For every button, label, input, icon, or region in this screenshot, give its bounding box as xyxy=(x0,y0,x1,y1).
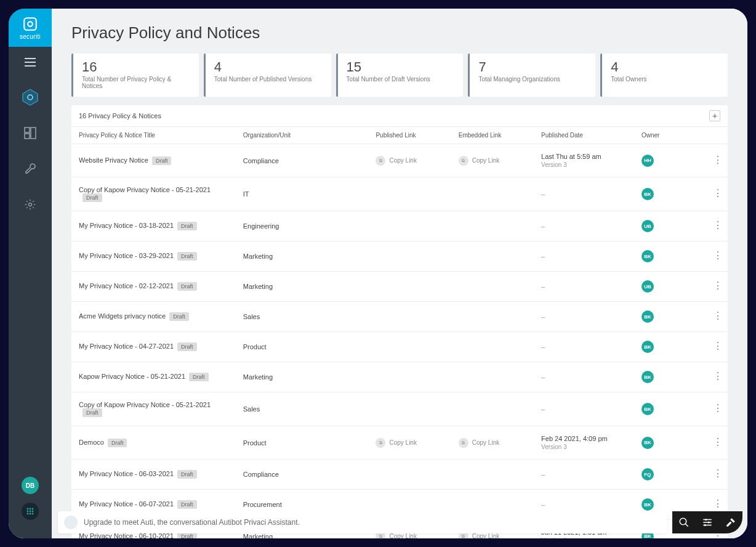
nav-layout[interactable] xyxy=(20,123,40,143)
table-row[interactable]: DemocoDraftProduct⧉Copy Link⧉Copy LinkFe… xyxy=(71,426,728,460)
table-row[interactable]: Copy of Kapow Privacy Notice - 05-21-202… xyxy=(71,392,728,426)
search-button[interactable] xyxy=(672,511,696,533)
row-actions-menu[interactable]: ⋮ xyxy=(713,280,723,291)
published-link-copy-button[interactable]: ⧉Copy Link xyxy=(376,156,416,166)
menu-toggle-button[interactable] xyxy=(25,58,36,69)
row-owner: BK xyxy=(637,177,708,211)
row-actions-menu[interactable]: ⋮ xyxy=(713,437,723,447)
row-actions-menu[interactable]: ⋮ xyxy=(713,250,723,261)
row-actions-menu[interactable]: ⋮ xyxy=(713,371,723,381)
col-header-org[interactable]: Organization/Unit xyxy=(238,127,371,144)
user-avatar[interactable]: DB xyxy=(22,477,39,494)
col-header-published-link[interactable]: Published Link xyxy=(371,127,453,144)
stat-card-orgs[interactable]: 7 Total Managing Organizations xyxy=(468,54,595,97)
status-badge: Draft xyxy=(169,312,189,321)
nav-settings[interactable] xyxy=(20,195,40,214)
owner-avatar[interactable]: BK xyxy=(641,403,654,415)
app-switcher[interactable] xyxy=(22,503,39,520)
stat-card-total-policies[interactable]: 16 Total Number of Privacy Policy & Noti… xyxy=(71,54,199,97)
row-actions-menu[interactable]: ⋮ xyxy=(713,468,723,479)
owner-avatar[interactable]: BK xyxy=(641,437,654,449)
table-row[interactable]: My Privacy Notice - 06-03-2021DraftCompl… xyxy=(71,460,728,490)
status-badge: Draft xyxy=(82,408,102,417)
published-link-cell xyxy=(371,332,453,362)
nav-tools[interactable] xyxy=(20,159,40,179)
row-actions-menu[interactable]: ⋮ xyxy=(713,341,723,351)
row-owner: BK xyxy=(637,392,708,426)
svg-marker-5 xyxy=(23,89,38,105)
table-row[interactable]: Website Privacy NoticeDraftCompliance⧉Co… xyxy=(71,144,728,177)
published-link-cell xyxy=(371,211,453,241)
status-badge: Draft xyxy=(108,439,127,447)
col-header-embedded-link[interactable]: Embedded Link xyxy=(454,127,536,144)
table-row[interactable]: My Privacy Notice - 02-12-2021DraftMarke… xyxy=(71,272,728,302)
owner-avatar[interactable]: HH xyxy=(641,155,654,167)
search-icon xyxy=(678,517,690,528)
row-actions-menu[interactable]: ⋮ xyxy=(713,498,723,509)
filter-button[interactable] xyxy=(696,511,719,533)
owner-avatar[interactable]: UB xyxy=(641,220,654,232)
owner-avatar[interactable]: BK xyxy=(641,250,654,262)
policies-table: Privacy Policy & Notice Title Organizati… xyxy=(71,127,728,538)
stat-card-owners[interactable]: 4 Total Owners xyxy=(600,54,728,97)
published-link-cell xyxy=(371,272,453,302)
row-org: Marketing xyxy=(238,362,371,392)
row-actions-menu[interactable]: ⋮ xyxy=(713,220,723,230)
owner-avatar[interactable]: BK xyxy=(641,498,654,511)
brand-logo[interactable]: securiti xyxy=(9,9,52,47)
table-row[interactable]: My Privacy Notice - 03-29-2021DraftMarke… xyxy=(71,241,728,272)
grid-dots-icon xyxy=(26,507,34,516)
copy-link-label: Copy Link xyxy=(472,439,499,446)
assistant-bar[interactable]: Upgrade to meet Auti, the conversational… xyxy=(58,511,667,533)
table-summary: 16 Privacy Policy & Notices xyxy=(79,112,161,120)
embedded-link-copy-button[interactable]: ⧉Copy Link xyxy=(459,438,499,448)
row-owner: BK xyxy=(637,302,708,332)
copy-link-label: Copy Link xyxy=(472,533,499,538)
table-row[interactable]: Copy of Kapow Privacy Notice - 05-21-202… xyxy=(71,177,728,211)
col-header-date[interactable]: Published Date xyxy=(536,127,637,144)
row-actions-menu[interactable]: ⋮ xyxy=(713,188,723,198)
published-link-copy-button[interactable]: ⧉Copy Link xyxy=(376,438,416,448)
svg-point-20 xyxy=(680,518,686,525)
table-row[interactable]: My Privacy Notice - 03-18-2021DraftEngin… xyxy=(71,211,728,241)
row-org: Marketing xyxy=(238,241,371,272)
add-policy-button[interactable]: + xyxy=(709,110,720,121)
table-row[interactable]: Acme Widgets privacy noticeDraftSales–BK… xyxy=(71,302,728,332)
owner-avatar[interactable]: BK xyxy=(641,310,654,323)
owner-avatar[interactable]: BK xyxy=(641,188,654,200)
nav-module-1[interactable] xyxy=(20,87,40,107)
stat-card-draft[interactable]: 15 Total Number of Draft Versions xyxy=(336,54,464,97)
svg-point-1 xyxy=(28,22,33,26)
svg-point-23 xyxy=(705,519,707,521)
row-actions-menu[interactable]: ⋮ xyxy=(713,403,723,413)
stat-label: Total Number of Draft Versions xyxy=(347,76,455,83)
col-header-title[interactable]: Privacy Policy & Notice Title xyxy=(71,127,238,144)
row-date: – xyxy=(536,392,637,426)
svg-point-14 xyxy=(27,511,29,513)
row-actions-menu[interactable]: ⋮ xyxy=(713,310,723,321)
row-owner: UB xyxy=(637,211,708,241)
owner-avatar[interactable]: FQ xyxy=(641,468,654,480)
bottom-action-bar xyxy=(672,511,742,533)
svg-line-21 xyxy=(685,524,688,527)
table-row[interactable]: Kapow Privacy Notice - 05-21-2021DraftMa… xyxy=(71,362,728,392)
row-title: My Privacy Notice - 02-12-2021 xyxy=(79,282,174,290)
col-header-owner[interactable]: Owner xyxy=(637,127,708,144)
owner-avatar[interactable]: BK xyxy=(641,371,654,383)
row-date: – xyxy=(536,332,637,362)
stat-card-published[interactable]: 4 Total Number of Published Versions xyxy=(204,54,331,97)
table-row[interactable]: My Privacy Notice - 04-27-2021DraftProdu… xyxy=(71,332,728,362)
copy-link-label: Copy Link xyxy=(472,157,499,164)
embedded-link-copy-button[interactable]: ⧉Copy Link xyxy=(459,156,499,166)
status-badge: Draft xyxy=(177,342,197,351)
row-date: – xyxy=(536,272,637,302)
published-link-cell xyxy=(371,392,453,426)
row-actions-menu[interactable]: ⋮ xyxy=(713,155,723,165)
owner-avatar[interactable]: BK xyxy=(641,341,654,353)
main-content: Privacy Policy and Notices 16 Total Numb… xyxy=(52,9,747,538)
row-org: Engineering xyxy=(238,211,371,241)
link-icon: ⧉ xyxy=(459,438,468,448)
owner-avatar[interactable]: UB xyxy=(641,280,654,293)
svg-point-11 xyxy=(27,508,29,510)
brand-name: securiti xyxy=(20,33,41,40)
